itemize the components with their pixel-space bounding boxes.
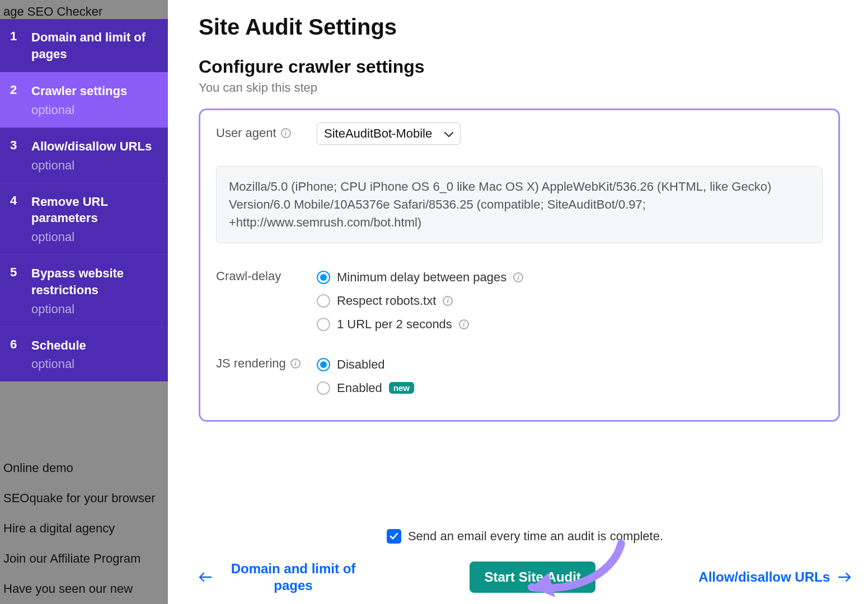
- wizard-footer: Send an email every time an audit is com…: [199, 529, 851, 594]
- step-optional: optional: [31, 302, 159, 317]
- info-icon[interactable]: i: [459, 319, 469, 329]
- checkbox-icon: [387, 529, 401, 544]
- info-icon[interactable]: i: [513, 272, 523, 282]
- user-agent-label: User agent i: [216, 122, 317, 140]
- next-step-link[interactable]: Allow/disallow URLs: [698, 569, 851, 586]
- step-optional: optional: [31, 357, 159, 371]
- step-title: Allow/disallow URLs: [31, 138, 159, 155]
- js-rendering-option-enabled[interactable]: Enabled new: [317, 376, 823, 400]
- radio-label: Enabled: [337, 381, 382, 395]
- arrow-right-icon: [838, 569, 851, 585]
- step-domain-limit[interactable]: 1 Domain and limit of pages: [0, 19, 168, 72]
- label-text: JS rendering: [216, 356, 286, 371]
- info-icon[interactable]: i: [281, 128, 291, 138]
- section-subtitle: You can skip this step: [199, 81, 857, 95]
- user-agent-select[interactable]: SiteAuditBot-Mobile: [317, 122, 461, 145]
- info-icon[interactable]: i: [290, 358, 301, 369]
- step-crawler-settings[interactable]: 2 Crawler settings optional: [0, 72, 168, 128]
- crawl-delay-option-minimum[interactable]: Minimum delay between pages i: [317, 266, 823, 289]
- wizard-steps: 1 Domain and limit of pages 2 Crawler se…: [0, 19, 168, 381]
- step-number: 6: [10, 337, 31, 372]
- radio-icon: [317, 381, 330, 395]
- prev-label: Domain and limit of pages: [220, 560, 367, 594]
- step-number: 2: [10, 83, 31, 117]
- select-value: SiteAuditBot-Mobile: [324, 126, 432, 141]
- new-badge: new: [389, 382, 414, 394]
- chevron-down-icon: [444, 126, 453, 141]
- step-number: 1: [10, 29, 31, 62]
- radio-icon: [317, 318, 330, 331]
- prev-step-link[interactable]: Domain and limit of pages: [199, 560, 367, 594]
- user-agent-string: Mozilla/5.0 (iPhone; CPU iPhone OS 6_0 l…: [216, 166, 823, 243]
- info-icon[interactable]: i: [443, 296, 453, 306]
- email-notify-row[interactable]: Send an email every time an audit is com…: [199, 529, 851, 544]
- crawl-delay-label: Crawl-delay: [216, 266, 317, 284]
- crawl-delay-option-1per2s[interactable]: 1 URL per 2 seconds i: [317, 313, 823, 336]
- step-optional: optional: [31, 103, 159, 117]
- radio-icon: [317, 358, 330, 371]
- arrow-left-icon: [199, 569, 212, 585]
- page-title: Site Audit Settings: [199, 15, 857, 40]
- radio-label: Minimum delay between pages: [337, 270, 506, 285]
- section-title: Configure crawler settings: [199, 56, 857, 77]
- radio-label: 1 URL per 2 seconds: [337, 317, 452, 332]
- radio-icon: [317, 271, 330, 284]
- radio-icon: [317, 294, 330, 308]
- step-title: Crawler settings: [31, 83, 159, 100]
- step-number: 3: [10, 138, 31, 173]
- step-schedule[interactable]: 6 Schedule optional: [0, 327, 168, 382]
- start-site-audit-button[interactable]: Start Site Audit: [470, 561, 595, 593]
- step-bypass-restrictions[interactable]: 5 Bypass website restrictions optional: [0, 254, 168, 326]
- step-optional: optional: [31, 230, 159, 244]
- step-title: Bypass website restrictions: [31, 265, 159, 298]
- step-optional: optional: [31, 158, 159, 173]
- crawler-settings-card: User agent i SiteAuditBot-Mobile Mozilla…: [199, 108, 840, 422]
- step-allow-disallow[interactable]: 3 Allow/disallow URLs optional: [0, 128, 168, 183]
- main-panel: Site Audit Settings Configure crawler se…: [168, 0, 868, 604]
- email-label: Send an email every time an audit is com…: [408, 529, 663, 544]
- step-title: Schedule: [31, 337, 159, 354]
- crawl-delay-option-robots[interactable]: Respect robots.txt i: [317, 289, 823, 313]
- step-number: 5: [10, 265, 31, 316]
- label-text: User agent: [216, 126, 276, 140]
- radio-label: Disabled: [337, 357, 385, 372]
- next-label: Allow/disallow URLs: [698, 569, 830, 586]
- step-remove-url-params[interactable]: 4 Remove URL parameters optional: [0, 183, 168, 254]
- radio-label: Respect robots.txt: [337, 294, 436, 308]
- js-rendering-label: JS rendering i: [216, 353, 317, 371]
- label-text: Crawl-delay: [216, 269, 281, 284]
- step-title: Domain and limit of pages: [31, 29, 159, 62]
- step-number: 4: [10, 194, 31, 244]
- step-title: Remove URL parameters: [31, 194, 159, 226]
- js-rendering-option-disabled[interactable]: Disabled: [317, 353, 823, 376]
